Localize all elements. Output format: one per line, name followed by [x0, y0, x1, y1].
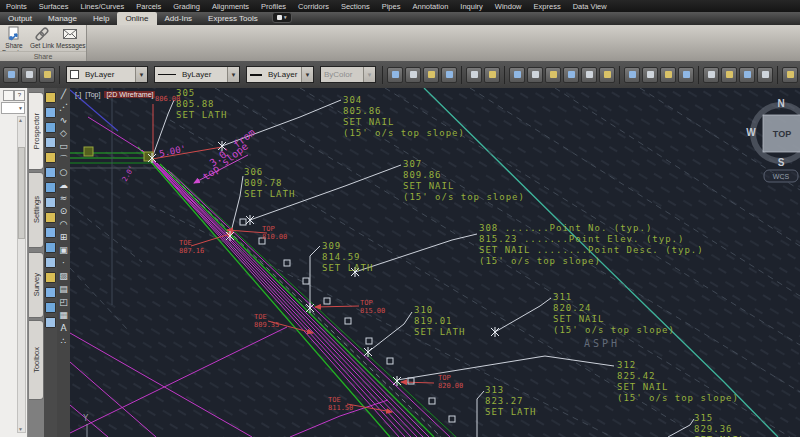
wcs-label[interactable]: WCS	[773, 173, 790, 180]
toolbar-icon-9[interactable]	[484, 67, 500, 83]
menu-annotation[interactable]: Annotation	[406, 2, 454, 11]
menu-profiles[interactable]: Profiles	[255, 2, 292, 11]
ribbon-tab-add-ins[interactable]: Add-Ins	[157, 12, 201, 25]
ellipse-icon[interactable]: ⊙	[57, 205, 70, 218]
divide-icon[interactable]: ∴	[57, 335, 70, 348]
parcel-icon[interactable]	[45, 257, 56, 268]
share-drawing-button[interactable]: Share Drawing	[0, 26, 28, 52]
menu-inquiry[interactable]: Inquiry	[454, 2, 489, 11]
toolbar-icon-22[interactable]	[739, 67, 755, 83]
surfaces-icon[interactable]	[45, 137, 56, 148]
toolbar-icon-15[interactable]	[599, 67, 615, 83]
viewport-menu-control[interactable]: [-]	[75, 91, 81, 98]
menu-points[interactable]: Points	[0, 2, 33, 11]
toolbar-icon-20[interactable]	[703, 67, 719, 83]
toolbar-icon-18[interactable]	[660, 67, 676, 83]
messages-button[interactable]: Messages	[56, 26, 84, 52]
toolspace-scrollbar[interactable]: ▲ ▼	[17, 116, 26, 433]
toolspace-tab-toolbox[interactable]: Toolbox	[29, 320, 44, 400]
alignment-icon[interactable]	[45, 242, 56, 253]
points-icon[interactable]	[45, 92, 56, 103]
construction-line-icon[interactable]: ⋰	[57, 101, 70, 114]
revision-cloud-icon[interactable]: ☁	[57, 179, 70, 192]
ribbon-tab-online[interactable]: Online	[117, 12, 156, 25]
ribbon-tab-express-tools[interactable]: Express Tools	[200, 12, 266, 25]
toolspace-tab-prospector[interactable]: Prospector	[29, 92, 44, 170]
pipe-network-icon[interactable]	[45, 272, 56, 283]
toolbar-icon-24[interactable]	[782, 67, 798, 83]
toolbar-icon-17[interactable]	[642, 67, 658, 83]
point-icon[interactable]: ·	[57, 257, 70, 270]
toolspace-help-button[interactable]: ?	[14, 90, 25, 101]
scrollbar-thumb[interactable]	[18, 147, 25, 239]
toolbar-icon-6[interactable]	[423, 67, 439, 83]
toolbar-icon-1[interactable]	[3, 67, 19, 83]
toolbar-icon-5[interactable]	[405, 67, 421, 83]
ellipse-arc-icon[interactable]: ◠	[57, 218, 70, 231]
multiline-text-icon[interactable]: A	[57, 322, 70, 335]
grid-icon[interactable]	[45, 152, 56, 163]
scroll-down-icon[interactable]: ▼	[18, 426, 23, 432]
scroll-up-icon[interactable]: ▲	[18, 117, 23, 123]
ribbon-tab-output[interactable]: Output	[0, 12, 40, 25]
menu-express[interactable]: Express	[528, 2, 567, 11]
sheet-icon[interactable]	[45, 227, 56, 238]
toolbar-icon-12[interactable]	[545, 67, 561, 83]
viewcube-north[interactable]: N	[777, 98, 784, 109]
toolspace-tab-settings[interactable]: Settings	[29, 172, 44, 248]
toolbar-icon-8[interactable]	[466, 67, 482, 83]
toolbar-icon-23[interactable]	[757, 67, 773, 83]
insert-block-icon[interactable]: ⊞	[57, 231, 70, 244]
section-view-icon[interactable]	[45, 212, 56, 223]
toolbar-icon-4[interactable]	[387, 67, 403, 83]
menu-corridors[interactable]: Corridors	[292, 2, 335, 11]
linetype-control[interactable]: ByLayer ▼	[154, 66, 240, 83]
toolbar-icon-19[interactable]	[678, 67, 694, 83]
survey-point-icon[interactable]	[45, 317, 56, 328]
menu-parcels[interactable]: Parcels	[130, 2, 167, 11]
hatch-icon[interactable]: ▨	[57, 270, 70, 283]
menu-alignments[interactable]: Alignments	[206, 2, 255, 11]
toolbar-icon-14[interactable]	[581, 67, 597, 83]
arc-icon[interactable]: ⌒	[57, 153, 70, 166]
line-icon[interactable]: ╱	[57, 88, 70, 101]
create-block-icon[interactable]: ▣	[57, 244, 70, 257]
toolbar-icon-16[interactable]	[624, 67, 640, 83]
model-space-canvas[interactable]: 305805.88SET LATH304805.86SET NAIL(15' o…	[70, 88, 800, 437]
toolbar-icon-13[interactable]	[563, 67, 579, 83]
water-drop-icon[interactable]	[45, 122, 56, 133]
toolspace-tab-survey[interactable]: Survey	[29, 252, 44, 318]
visual-style-control[interactable]: [2D Wireframe]	[104, 91, 155, 98]
menu-sections[interactable]: Sections	[335, 2, 376, 11]
menu-lines-curves[interactable]: Lines/Curves	[74, 2, 130, 11]
get-link-button[interactable]: Get Link	[28, 26, 56, 52]
viewport-controls[interactable]: [-] [Top] [2D Wireframe]	[75, 91, 155, 98]
toolbar-icon-10[interactable]	[509, 67, 525, 83]
toolbar-icon-11[interactable]	[527, 67, 543, 83]
view-control[interactable]: [Top]	[85, 91, 100, 98]
media-button[interactable]: ▾	[272, 12, 292, 23]
menu-data-view[interactable]: Data View	[567, 2, 613, 11]
ribbon-tab-help[interactable]: Help	[85, 12, 117, 25]
toolbar-icon-21[interactable]	[721, 67, 737, 83]
toolbar-icon-2[interactable]	[21, 67, 37, 83]
corridor-icon[interactable]	[45, 287, 56, 298]
viewcube-face-label[interactable]: TOP	[773, 129, 791, 139]
menu-pipes[interactable]: Pipes	[376, 2, 407, 11]
table-icon[interactable]: ▦	[57, 309, 70, 322]
viewcube-south[interactable]: S	[778, 157, 785, 168]
linework-icon[interactable]	[45, 107, 56, 118]
menu-surfaces[interactable]: Surfaces	[33, 2, 75, 11]
gradient-icon[interactable]: ▤	[57, 283, 70, 296]
region-icon[interactable]: ◰	[57, 296, 70, 309]
ribbon-tab-manage[interactable]: Manage	[40, 12, 85, 25]
spline-icon[interactable]: ≈	[57, 192, 70, 205]
toolbar-icon-7[interactable]	[441, 67, 457, 83]
toolbar-icon-3[interactable]	[39, 67, 55, 83]
viewcube-west[interactable]: W	[746, 127, 756, 138]
polygon-icon[interactable]: ◇	[57, 127, 70, 140]
assembly-icon[interactable]	[45, 302, 56, 313]
rectangle-icon[interactable]: ▭	[57, 140, 70, 153]
circle-icon[interactable]: ○	[57, 166, 70, 179]
profile-view-icon[interactable]	[45, 197, 56, 208]
